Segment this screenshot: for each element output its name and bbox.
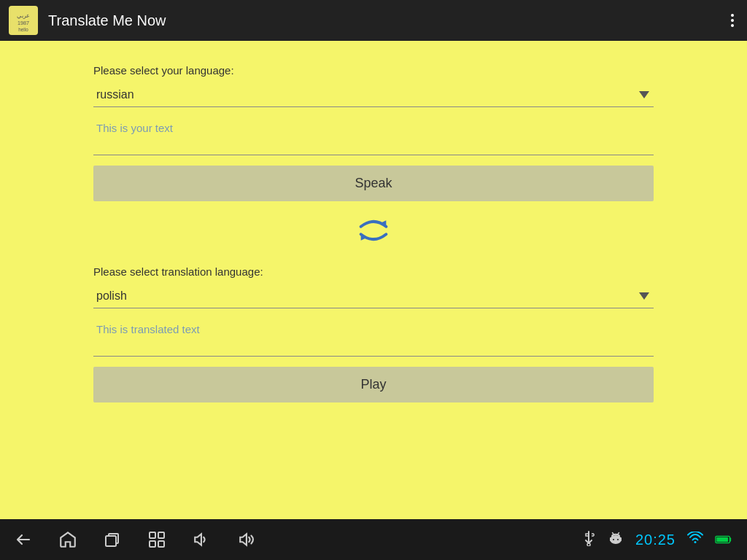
- svg-rect-7: [150, 532, 155, 538]
- menu-dot-1: [731, 14, 734, 17]
- translated-text-input[interactable]: [93, 319, 654, 357]
- svg-rect-9: [150, 541, 155, 547]
- battery-icon: [715, 532, 732, 548]
- svg-text:hello: hello: [18, 27, 28, 32]
- wifi-icon: [687, 532, 703, 548]
- target-language-label: Please select translation language:: [93, 265, 654, 278]
- svg-text:عربي: عربي: [17, 12, 30, 19]
- status-bar-right: 20:25: [581, 530, 732, 550]
- svg-rect-24: [716, 537, 728, 541]
- target-language-select[interactable]: polish english french german spanish: [93, 284, 654, 308]
- screenshot-button[interactable]: [147, 530, 166, 549]
- svg-rect-12: [586, 534, 589, 536]
- swap-section: [93, 211, 654, 249]
- swap-button[interactable]: [352, 211, 395, 249]
- volume-up-button[interactable]: [238, 530, 257, 549]
- svg-line-20: [618, 532, 619, 534]
- main-content: Please select your language: russian eng…: [0, 41, 747, 519]
- home-button[interactable]: [58, 530, 77, 549]
- source-text-input[interactable]: [93, 117, 654, 155]
- time-display: 20:25: [635, 532, 676, 548]
- android-icon: [608, 530, 624, 550]
- target-language-dropdown-wrapper: polish english french german spanish: [93, 284, 654, 308]
- app-icon: عربي 1987 hello: [9, 6, 38, 35]
- app-title: Translate Me Now: [48, 12, 727, 29]
- recents-button[interactable]: [104, 531, 121, 548]
- top-bar: عربي 1987 hello Translate Me Now: [0, 0, 747, 41]
- svg-point-18: [617, 539, 619, 540]
- back-button[interactable]: [15, 531, 32, 548]
- speak-button[interactable]: Speak: [93, 166, 654, 201]
- nav-left-group: [15, 530, 257, 549]
- menu-dot-2: [731, 19, 734, 22]
- svg-point-17: [613, 539, 614, 540]
- overflow-menu-button[interactable]: [727, 9, 738, 31]
- svg-line-19: [612, 532, 614, 534]
- usb-icon: [581, 530, 596, 550]
- play-button[interactable]: Play: [93, 367, 654, 402]
- swap-icon: [355, 214, 392, 246]
- svg-rect-22: [620, 537, 622, 541]
- svg-rect-21: [610, 537, 611, 541]
- source-language-select[interactable]: russian english french german spanish: [93, 82, 654, 107]
- svg-rect-6: [106, 536, 116, 546]
- volume-down-button[interactable]: [193, 530, 212, 549]
- svg-rect-8: [158, 532, 164, 538]
- svg-rect-10: [158, 541, 164, 547]
- source-language-label: Please select your language:: [93, 64, 654, 77]
- bottom-nav-bar: 20:25: [0, 519, 747, 560]
- source-language-dropdown-wrapper: russian english french german spanish: [93, 82, 654, 107]
- svg-point-11: [587, 543, 590, 546]
- menu-dot-3: [731, 24, 734, 27]
- svg-text:1987: 1987: [18, 20, 29, 26]
